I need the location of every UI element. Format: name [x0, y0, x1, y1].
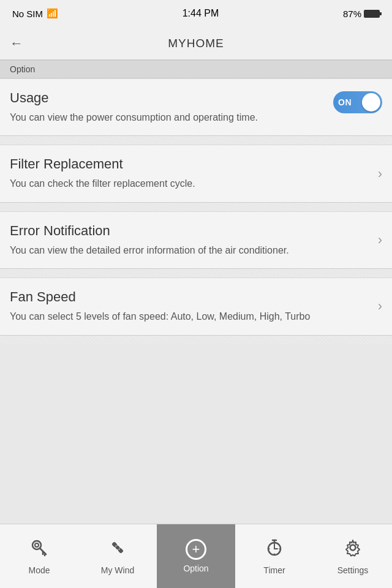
error-chevron: ›	[378, 232, 382, 248]
tab-my-wind[interactable]: My Wind	[78, 524, 157, 588]
section-header: Option	[0, 60, 392, 78]
fan-title: Fan Speed	[10, 289, 364, 305]
svg-point-5	[116, 546, 119, 549]
nav-bar: ← MYHOME	[0, 27, 392, 60]
filter-desc: You can check the filter replacement cyc…	[10, 177, 364, 190]
filter-chevron: ›	[378, 166, 382, 182]
status-carrier: No SIM 📶	[12, 8, 58, 19]
filter-title: Filter Replacement	[10, 156, 364, 172]
tab-option[interactable]: + Option	[157, 524, 235, 588]
wind-icon	[108, 538, 127, 562]
my-wind-label: My Wind	[101, 565, 134, 575]
battery-percent: 87%	[343, 9, 361, 19]
usage-title: Usage	[10, 90, 364, 106]
back-button[interactable]: ←	[10, 36, 23, 51]
tab-bar: Mode My Wind + Option	[0, 524, 392, 588]
fan-item[interactable]: Fan Speed You can select 5 levels of fan…	[0, 277, 392, 335]
status-time: 1:44 PM	[183, 8, 219, 19]
status-bar: No SIM 📶 1:44 PM 87%	[0, 0, 392, 27]
filter-item[interactable]: Filter Replacement You can check the fil…	[0, 145, 392, 202]
fan-chevron: ›	[378, 298, 382, 314]
toggle-on-label: ON	[338, 97, 352, 107]
error-title: Error Notification	[10, 223, 364, 239]
content-area: Usage You can view the power consumption…	[0, 78, 392, 344]
page-title: MYHOME	[168, 37, 224, 50]
option-icon: +	[186, 539, 206, 560]
status-battery-area: 87%	[343, 9, 380, 19]
tab-settings[interactable]: Settings	[314, 524, 392, 588]
timer-label: Timer	[263, 565, 285, 575]
error-item[interactable]: Error Notification You can view the deta…	[0, 211, 392, 269]
gear-icon	[343, 538, 363, 562]
tab-timer[interactable]: Timer	[235, 524, 314, 588]
svg-point-15	[350, 545, 356, 550]
svg-point-1	[35, 543, 39, 547]
option-label: Option	[183, 564, 208, 573]
usage-desc: You can view the power consumption and o…	[10, 111, 364, 124]
wifi-icon: 📶	[47, 8, 58, 19]
mode-icon	[29, 538, 49, 562]
settings-label: Settings	[337, 565, 369, 575]
timer-icon	[265, 538, 284, 562]
tab-mode[interactable]: Mode	[0, 524, 78, 588]
fan-desc: You can select 5 levels of fan speed: Au…	[10, 310, 364, 323]
error-desc: You can view the detailed error informat…	[10, 244, 364, 257]
battery-icon	[364, 10, 380, 18]
usage-toggle[interactable]: ON	[333, 91, 382, 113]
toggle-knob	[362, 93, 380, 111]
mode-label: Mode	[28, 565, 50, 575]
usage-item: Usage You can view the power consumption…	[0, 78, 392, 136]
